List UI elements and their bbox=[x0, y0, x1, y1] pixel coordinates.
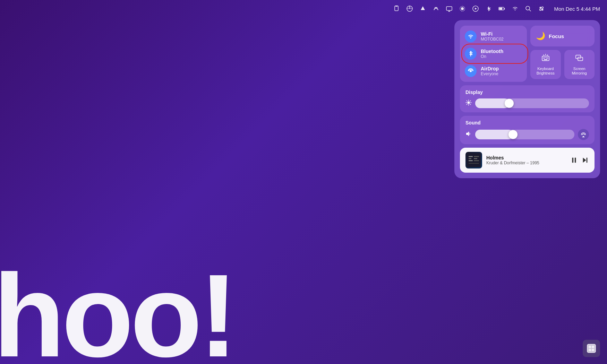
airdrop-status: Everyone bbox=[481, 71, 499, 76]
control-center-icon[interactable] bbox=[538, 5, 545, 12]
svg-marker-46 bbox=[466, 131, 469, 136]
podcast-icon[interactable] bbox=[459, 5, 466, 12]
svg-rect-56 bbox=[575, 158, 576, 163]
display-section: Display bbox=[460, 85, 595, 112]
skip-forward-button[interactable] bbox=[581, 156, 589, 164]
svg-rect-49 bbox=[469, 158, 471, 159]
wifi-network: MOTOBC02 bbox=[481, 37, 504, 42]
svg-rect-36 bbox=[578, 57, 583, 61]
wifi-text: Wi-Fi MOTOBC02 bbox=[481, 31, 504, 42]
sound-slider-row bbox=[465, 129, 589, 140]
focus-label: Focus bbox=[549, 33, 564, 39]
sound-slider[interactable] bbox=[475, 130, 574, 139]
focus-panel[interactable]: 🌙 Focus bbox=[530, 26, 595, 46]
music-icon[interactable] bbox=[472, 5, 479, 12]
now-playing-section: Holmes Kruder & Dorfmeister – 1995 bbox=[460, 148, 595, 173]
bluetooth-status: On bbox=[481, 54, 503, 59]
svg-point-20 bbox=[470, 70, 472, 72]
svg-rect-1 bbox=[395, 6, 397, 7]
svg-rect-50 bbox=[469, 160, 473, 161]
svg-rect-48 bbox=[469, 156, 473, 157]
control-center-panel: Wi-Fi MOTOBC02 Bluetooth On bbox=[454, 20, 600, 178]
svg-rect-62 bbox=[589, 349, 591, 351]
svg-line-14 bbox=[529, 10, 531, 11]
wifi-menubar-icon[interactable] bbox=[512, 5, 519, 12]
svg-rect-59 bbox=[587, 344, 596, 353]
airdrop-icon-bg bbox=[465, 65, 477, 77]
svg-rect-55 bbox=[572, 158, 574, 163]
airplay-audio-button[interactable] bbox=[578, 129, 589, 140]
album-art bbox=[465, 152, 482, 168]
bluetooth-item[interactable]: Bluetooth On bbox=[460, 45, 527, 62]
keyboard-brightness-icon bbox=[541, 53, 550, 64]
airdrop-item[interactable]: AirDrop Everyone bbox=[460, 62, 527, 80]
bluetooth-text: Bluetooth On bbox=[481, 49, 503, 59]
airdrop-name: AirDrop bbox=[481, 66, 499, 71]
pause-button[interactable] bbox=[570, 156, 578, 164]
brightness-icon bbox=[465, 99, 472, 107]
sound-label: Sound bbox=[465, 120, 589, 125]
svg-rect-11 bbox=[504, 8, 505, 9]
svg-rect-3 bbox=[446, 7, 452, 10]
svg-line-42 bbox=[467, 101, 467, 101]
display-slider-thumb[interactable] bbox=[505, 99, 514, 108]
quick-action-buttons: Keyboard Brightness Screen Mirroring bbox=[530, 50, 595, 79]
wifi-name: Wi-Fi bbox=[481, 31, 504, 37]
svg-point-19 bbox=[470, 37, 471, 38]
svg-point-15 bbox=[540, 7, 541, 9]
svg-rect-51 bbox=[474, 156, 479, 157]
bluetooth-icon-bg bbox=[465, 48, 477, 60]
top-section: Wi-Fi MOTOBC02 Bluetooth On bbox=[460, 26, 595, 82]
wifi-item[interactable]: Wi-Fi MOTOBC02 bbox=[460, 28, 527, 45]
svg-line-44 bbox=[470, 101, 471, 101]
display-label: Display bbox=[465, 89, 589, 95]
right-panels: 🌙 Focus bbox=[530, 26, 595, 82]
wifi-icon-bg bbox=[465, 31, 477, 42]
svg-line-43 bbox=[470, 104, 471, 105]
keyboard-brightness-button[interactable]: Keyboard Brightness bbox=[530, 50, 561, 79]
desktop-background-text: hoo! bbox=[0, 257, 234, 364]
svg-rect-12 bbox=[499, 8, 503, 10]
menubar-datetime[interactable]: Mon Dec 5 4:44 PM bbox=[554, 6, 600, 12]
svg-rect-60 bbox=[589, 346, 591, 348]
screen-mirroring-icon bbox=[575, 53, 584, 64]
svg-line-45 bbox=[467, 104, 467, 105]
svg-rect-53 bbox=[474, 160, 479, 161]
screen-share-icon[interactable] bbox=[446, 5, 453, 12]
svg-rect-61 bbox=[592, 346, 594, 348]
svg-rect-52 bbox=[474, 158, 477, 159]
creative-cloud-icon[interactable] bbox=[433, 5, 439, 12]
sound-slider-fill bbox=[475, 130, 513, 139]
bottom-right-window-icon[interactable] bbox=[583, 340, 600, 357]
svg-rect-63 bbox=[592, 349, 594, 351]
keyboard-brightness-label: Keyboard Brightness bbox=[537, 67, 555, 76]
svg-rect-58 bbox=[587, 158, 588, 163]
display-slider-row bbox=[465, 98, 589, 108]
display-slider[interactable] bbox=[475, 98, 589, 108]
svg-point-16 bbox=[542, 7, 544, 9]
playback-controls bbox=[570, 156, 589, 164]
maps-icon[interactable] bbox=[406, 5, 413, 12]
svg-point-17 bbox=[540, 9, 541, 11]
track-artist: Kruder & Dorfmeister – 1995 bbox=[486, 161, 566, 165]
bluetooth-name: Bluetooth bbox=[481, 49, 503, 54]
svg-rect-0 bbox=[395, 6, 398, 11]
svg-point-37 bbox=[468, 102, 470, 104]
battery-icon[interactable] bbox=[498, 5, 505, 12]
menubar-icons: Mon Dec 5 4:44 PM bbox=[393, 5, 600, 12]
album-art-image bbox=[465, 152, 482, 168]
screen-mirroring-button[interactable]: Screen Mirroring bbox=[564, 50, 595, 79]
sound-section: Sound bbox=[460, 116, 595, 144]
menubar: Mon Dec 5 4:44 PM bbox=[0, 0, 607, 17]
search-icon[interactable] bbox=[525, 5, 532, 12]
svg-marker-9 bbox=[475, 8, 477, 10]
screen-mirroring-label: Screen Mirroring bbox=[572, 67, 587, 76]
cloud-icon[interactable] bbox=[419, 5, 426, 12]
clipboard-icon[interactable] bbox=[393, 5, 400, 12]
bluetooth-menu-icon[interactable] bbox=[485, 5, 492, 12]
sound-icon bbox=[465, 131, 472, 138]
display-slider-fill bbox=[475, 98, 509, 108]
track-info: Holmes Kruder & Dorfmeister – 1995 bbox=[486, 155, 566, 165]
sound-slider-thumb[interactable] bbox=[508, 130, 518, 139]
svg-line-33 bbox=[544, 55, 544, 55]
